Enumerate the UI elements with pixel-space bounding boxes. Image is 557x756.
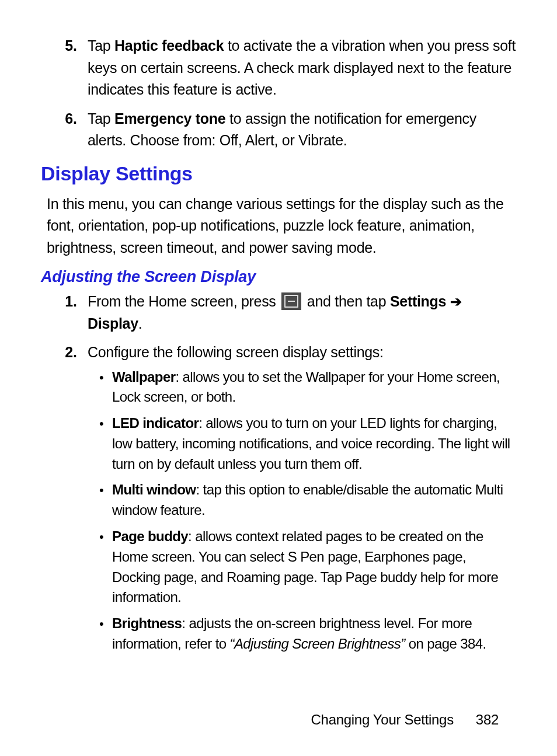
text-bold: Emergency tone (114, 110, 225, 127)
list-number: 6. (58, 108, 88, 152)
section-intro: In this menu, you can change various set… (47, 193, 516, 259)
bullet-bold: Page buddy (112, 528, 188, 544)
step-2: 2. Configure the following screen displa… (58, 342, 516, 660)
bullet-post: on page 384. (405, 636, 486, 652)
step-number: 1. (58, 291, 88, 335)
text-bold-settings: Settings (390, 293, 446, 309)
text-bold-display: Display (88, 315, 138, 332)
bullet-wallpaper: • Wallpaper: allows you to set the Wallp… (99, 367, 516, 408)
list-item-6: 6. Tap Emergency tone to assign the noti… (58, 108, 516, 152)
bullet-pagebuddy: • Page buddy: allows context related pag… (99, 527, 516, 608)
page-footer: Changing Your Settings 382 (311, 712, 499, 728)
bullet-list: • Wallpaper: allows you to set the Wallp… (99, 367, 516, 654)
text: Configure the following screen display s… (88, 344, 384, 360)
bullet-text: Wallpaper: allows you to set the Wallpap… (112, 367, 516, 408)
bullet-mark: • (99, 614, 112, 654)
list-item-5: 5. Tap Haptic feedback to activate the a… (58, 35, 516, 101)
step-1: 1. From the Home screen, press and then … (58, 291, 516, 335)
bullet-bold: Brightness (112, 615, 182, 631)
bullet-mark: • (99, 413, 112, 474)
steps-list: 1. From the Home screen, press and then … (58, 291, 516, 660)
footer-chapter-title: Changing Your Settings (311, 712, 454, 728)
bullet-italic-ref: “Adjusting Screen Brightness” (230, 636, 405, 652)
bullet-mark: • (99, 367, 112, 408)
bullet-bold: Multi window (112, 482, 196, 497)
text-pre: From the Home screen, press (88, 293, 280, 309)
list-text: Tap Haptic feedback to activate the a vi… (88, 35, 516, 101)
bullet-mark: • (99, 527, 112, 608)
bullet-led: • LED indicator: allows you to turn on y… (99, 413, 516, 474)
bullet-bold: Wallpaper (112, 369, 175, 385)
subheading-adjusting-screen-display: Adjusting the Screen Display (41, 268, 516, 286)
section-heading-display-settings: Display Settings (41, 162, 516, 185)
text-bold: Haptic feedback (114, 37, 224, 54)
step-number: 2. (58, 342, 88, 660)
step-text: Configure the following screen display s… (88, 342, 516, 660)
menu-icon (281, 292, 301, 310)
bullet-text: Page buddy: allows context related pages… (112, 527, 516, 608)
bullet-text: Multi window: tap this option to enable/… (112, 480, 516, 521)
bullet-mark: • (99, 480, 112, 521)
text-pre: Tap (88, 37, 114, 54)
bullet-multiwindow: • Multi window: tap this option to enabl… (99, 480, 516, 521)
bullet-text: LED indicator: allows you to turn on you… (112, 413, 516, 474)
top-ordered-list: 5. Tap Haptic feedback to activate the a… (58, 35, 516, 152)
text-pre: Tap (88, 110, 114, 127)
footer-page-number: 382 (476, 712, 499, 728)
list-text: Tap Emergency tone to assign the notific… (88, 108, 516, 152)
arrow-icon: ➔ (446, 294, 461, 309)
bullet-text: Brightness: adjusts the on-screen bright… (112, 614, 516, 654)
text-mid: and then tap (303, 293, 390, 309)
bullet-brightness: • Brightness: adjusts the on-screen brig… (99, 614, 516, 654)
text-end: . (138, 315, 142, 332)
bullet-bold: LED indicator (112, 415, 199, 431)
step-text: From the Home screen, press and then tap… (88, 291, 516, 335)
list-number: 5. (58, 35, 88, 101)
